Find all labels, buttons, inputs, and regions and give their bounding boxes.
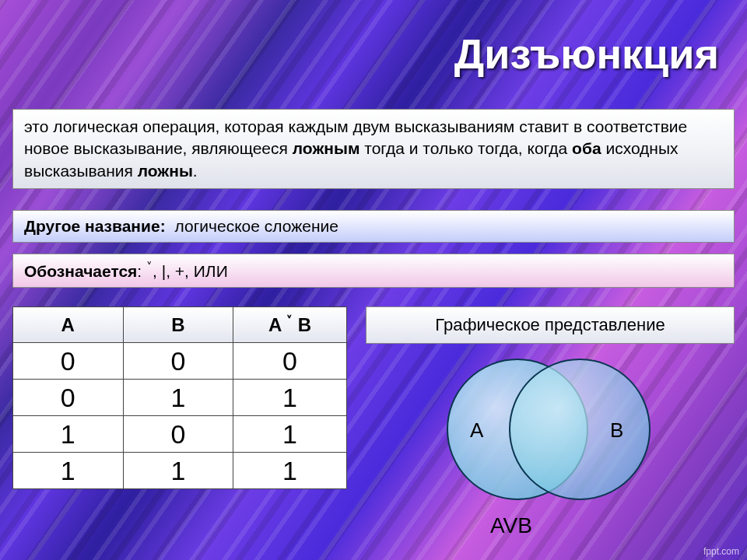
venn-label-a: A	[470, 418, 483, 443]
alt-name-box: Другое название: логическое сложение	[12, 210, 735, 243]
th-expr-b: B	[293, 314, 311, 335]
cell-a: 0	[13, 343, 124, 380]
table-row: 1 0 1	[13, 416, 347, 453]
svg-point-1	[510, 359, 650, 499]
th-expr-a: A	[268, 314, 286, 335]
notation-colon: :	[137, 262, 142, 280]
venn-caption: AVB	[490, 513, 532, 538]
notation-label: Обозначается	[24, 262, 137, 280]
slide-title: Дизъюнкция	[454, 30, 719, 78]
cell-b: 1	[123, 453, 233, 489]
cell-r: 1	[233, 416, 347, 453]
cell-a: 0	[13, 380, 124, 416]
definition-bold3: ложны	[138, 162, 193, 180]
cell-a: 1	[13, 416, 124, 453]
cell-b: 0	[123, 343, 233, 380]
cell-b: 1	[123, 380, 233, 416]
cell-a: 1	[13, 453, 124, 489]
th-expr: A ˅ B	[233, 307, 347, 343]
definition-bold2: оба	[572, 139, 601, 157]
notation-box: Обозначается: ˅, |, +, ИЛИ	[12, 254, 735, 288]
th-b: B	[123, 307, 233, 343]
th-a: A	[13, 307, 124, 343]
table-row: 0 1 1	[13, 380, 347, 416]
definition-bold1: ложным	[293, 139, 360, 157]
footer-credit: fppt.com	[703, 546, 739, 557]
definition-box: это логическая операция, которая каждым …	[12, 109, 735, 189]
definition-post: .	[193, 162, 198, 180]
truth-table: A B A ˅ B 0 0 0 0 1 1 1 0 1 1 1 1	[12, 306, 347, 489]
venn-diagram: A B	[436, 352, 661, 507]
notation-vee: ˅	[146, 260, 153, 273]
graphic-header: Графическое представление	[366, 306, 735, 344]
alt-name-label: Другое название:	[24, 217, 166, 235]
venn-label-b: B	[610, 418, 623, 443]
definition-mid1: тогда и только тогда, когда	[359, 139, 572, 157]
table-header-row: A B A ˅ B	[13, 307, 347, 343]
cell-r: 1	[233, 380, 347, 416]
cell-b: 0	[123, 416, 233, 453]
alt-name-value: логическое сложение	[174, 217, 338, 235]
cell-r: 0	[233, 343, 347, 380]
table-row: 1 1 1	[13, 453, 347, 489]
table-row: 0 0 0	[13, 343, 347, 380]
th-expr-vee: ˅	[286, 313, 293, 327]
notation-rest: , |, +, ИЛИ	[153, 262, 228, 280]
cell-r: 1	[233, 453, 347, 489]
